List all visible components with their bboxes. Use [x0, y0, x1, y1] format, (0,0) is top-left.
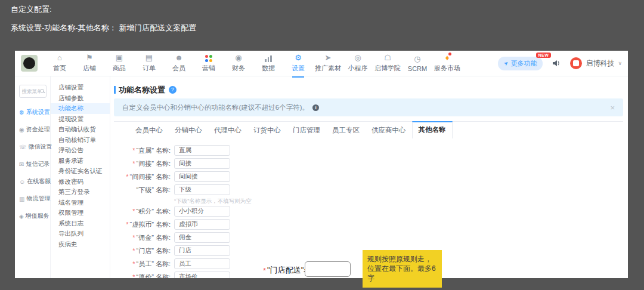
nav-item-miniprogram[interactable]: ◎ 小程序 [343, 54, 373, 73]
tab-ordering-center[interactable]: 订货中心 [247, 122, 287, 138]
store-name-input[interactable] [174, 245, 230, 256]
submenu-item[interactable]: 自动确认收货 [51, 124, 110, 135]
sidebar-item-sms[interactable]: ✉ 短信记录 [19, 160, 50, 168]
avatar [570, 57, 582, 69]
field-label: “直属” 名称: [137, 147, 171, 154]
support-icon: ☺ [19, 178, 25, 185]
nav-label: 会员 [172, 64, 185, 73]
field-hint: “下级”名称显示，不填写则为空 [174, 198, 623, 205]
miniprogram-icon: ◎ [354, 54, 361, 62]
submenu-item[interactable]: 疾病史 [51, 239, 110, 250]
submenu-item[interactable]: 提现设置 [51, 114, 110, 125]
nav-item-academy[interactable]: ☖ 启博学院 [373, 54, 402, 73]
company-name: 启博科技 [586, 58, 614, 69]
nav-item-settings[interactable]: ⚙ 设置 [283, 54, 313, 73]
field-label: “佣金” 名称: [137, 234, 171, 241]
nav-label: 订单 [143, 64, 156, 73]
submenu-item[interactable]: 浮动公告 [51, 145, 110, 156]
staff-name-input[interactable] [174, 258, 230, 269]
tab-other-names[interactable]: 其他名称 [412, 121, 453, 138]
orders-icon: ▤ [145, 54, 153, 62]
virtual-currency-name-input[interactable] [174, 219, 230, 230]
nav-item-scrm[interactable]: ◷ SCRM [402, 55, 432, 72]
sidebar-item-value-added[interactable]: ◈ 增值服务 [19, 212, 50, 220]
marketing-icon [205, 54, 212, 62]
original-price-name-input[interactable] [174, 272, 230, 278]
field-label: “原价” 名称: [137, 273, 171, 279]
sidebar-item-service[interactable]: ☺ 在线客服 [19, 177, 50, 186]
submenu-item[interactable]: 权限管理 [51, 208, 110, 218]
tab-agent-center[interactable]: 代理中心 [208, 122, 247, 138]
sidebar-item-funds[interactable]: ◉ 资金处理 [19, 125, 50, 134]
nav-right-cluster: ➤ 更多功能 NEW 启博科技 ∨ [498, 57, 622, 70]
nav-item-finance[interactable]: ◉ 财务 [224, 54, 253, 73]
form-row: *“虚拟币” 名称: [114, 219, 623, 230]
field-label: “间接” 名称: [137, 160, 171, 167]
sidebar-item-logistics[interactable]: ▥ 物流管理 [19, 195, 50, 203]
field-label: “积分” 名称: [137, 208, 171, 215]
help-icon[interactable]: ? [169, 86, 177, 94]
close-icon[interactable]: × [610, 103, 615, 112]
field-label: “门店” 名称: [137, 247, 171, 254]
nav-label: 推广素材 [315, 64, 341, 73]
speaker-icon[interactable] [552, 60, 561, 67]
submenu-item[interactable]: 导出队列 [51, 229, 110, 239]
field-label: “下级” 名称: [137, 186, 171, 193]
form-row: *“间接” 名称: [114, 158, 623, 169]
menu-search [19, 85, 47, 98]
nav-item-store[interactable]: ⚑ 店铺 [75, 54, 104, 73]
submenu-item[interactable]: 修改密码 [51, 177, 110, 187]
tab-supplier-center[interactable]: 供应商中心 [366, 122, 412, 138]
tab-staff-zone[interactable]: 员工专区 [326, 122, 366, 138]
truck-icon: ▥ [19, 196, 24, 202]
store-delivery-name-input[interactable] [305, 261, 351, 277]
direct-name-input[interactable] [174, 145, 230, 156]
nav-item-market[interactable]: ♦ 服务市场 [432, 54, 462, 73]
submenu-item[interactable]: 第三方登录 [51, 187, 110, 198]
account-menu[interactable]: 启博科技 ∨ [570, 57, 622, 69]
page-title: 功能名称设置 [119, 85, 165, 95]
points-name-input[interactable] [174, 206, 230, 217]
members-icon: ☻ [175, 54, 183, 62]
tab-member-center[interactable]: 会员中心 [129, 122, 169, 138]
annotation-title: 自定义配置: [11, 4, 52, 15]
nav-item-marketing[interactable]: 营销 [194, 54, 224, 73]
sidebar-item-system-settings[interactable]: ⚙ 系统设置 [19, 108, 50, 116]
submenu-item[interactable]: 店铺参数 [51, 93, 110, 104]
indirect2-name-input[interactable] [174, 171, 230, 182]
nav-item-promo[interactable]: ➤ 推广素材 [313, 54, 343, 73]
nav-item-goods[interactable]: ▣ 商品 [104, 54, 134, 73]
phone-icon: ☏ [19, 144, 27, 150]
form-row: “下级” 名称: [114, 184, 623, 195]
new-badge: NEW [536, 53, 552, 58]
nav-item-data[interactable]: 数据 [253, 54, 283, 73]
data-chart-icon [265, 54, 272, 62]
submenu-item[interactable]: 身份证实名认证 [51, 166, 110, 177]
more-features-button[interactable]: ➤ 更多功能 NEW [498, 57, 543, 70]
submenu-item[interactable]: 自动核销订单 [51, 135, 110, 146]
rocket-icon: ➤ [503, 60, 510, 67]
subordinate-name-input[interactable] [174, 184, 230, 195]
nav-item-home[interactable]: ⌂ 首页 [45, 54, 75, 73]
nav-item-orders[interactable]: ▤ 订单 [134, 54, 164, 73]
submenu-item-function-names[interactable]: 功能名称 [51, 103, 110, 114]
required-asterisk: * [263, 266, 266, 275]
sidebar-item-wechat[interactable]: ☏ 微信设置 [19, 143, 50, 151]
top-nav: ⌂ 首页 ⚑ 店铺 ▣ 商品 ▤ 订单 ☻ 会员 [15, 51, 628, 76]
sidebar-label: 微信设置 [29, 143, 52, 151]
indirect-name-input[interactable] [174, 158, 230, 169]
commission-name-input[interactable] [174, 232, 230, 243]
tab-store-management[interactable]: 门店管理 [287, 122, 326, 138]
goods-icon: ▣ [116, 54, 123, 62]
alert-text: 自定义会员中心和分销中心的功能名称(建议不超过6个字符)。 [122, 103, 309, 112]
diamond-icon: ◈ [19, 213, 24, 220]
submenu-item[interactable]: 店铺设置 [51, 82, 110, 93]
nav-item-members[interactable]: ☻ 会员 [164, 54, 194, 73]
tab-distribution-center[interactable]: 分销中心 [169, 122, 208, 138]
chevron-down-icon: ∨ [618, 60, 622, 66]
submenu-item[interactable]: 服务承诺 [51, 156, 110, 166]
sticky-note: 规则按照原规则走，位置在最下面。最多6字 [363, 250, 442, 288]
form-row: *“佣金” 名称: [114, 232, 623, 243]
submenu-item[interactable]: 域名管理 [51, 198, 110, 208]
submenu-item[interactable]: 系统日志 [51, 218, 110, 229]
